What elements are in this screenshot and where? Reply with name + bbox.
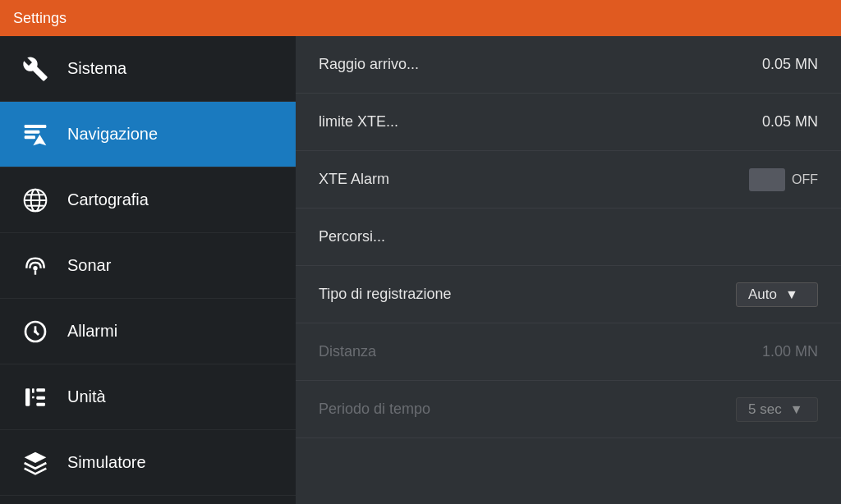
dropdown-tipo-registrazione[interactable]: Auto ▼ bbox=[736, 282, 818, 307]
sidebar-item-sistema[interactable]: Sistema bbox=[0, 36, 296, 102]
setting-row-limite-xte[interactable]: limite XTE... 0.05 MN bbox=[296, 94, 841, 151]
sidebar-item-unita[interactable]: Unità bbox=[0, 364, 296, 430]
svg-rect-1 bbox=[25, 130, 40, 133]
setting-label-limite-xte: limite XTE... bbox=[319, 113, 398, 131]
setting-row-tipo-registrazione[interactable]: Tipo di registrazione Auto ▼ bbox=[296, 266, 841, 323]
sidebar: Sistema Navigazione bbox=[0, 36, 296, 504]
globe-icon bbox=[20, 185, 51, 216]
chevron-down-icon-2: ▼ bbox=[790, 402, 803, 417]
setting-label-raggio-arrivo: Raggio arrivo... bbox=[319, 56, 419, 73]
dropdown-value-periodo-di-tempo: 5 sec bbox=[748, 401, 782, 418]
chevron-down-icon: ▼ bbox=[785, 287, 798, 302]
svg-rect-14 bbox=[25, 388, 30, 405]
main-layout: Sistema Navigazione bbox=[0, 36, 841, 504]
svg-point-13 bbox=[34, 330, 37, 333]
setting-label-xte-alarm: XTE Alarm bbox=[319, 171, 389, 188]
sidebar-label-navigazione: Navigazione bbox=[67, 125, 158, 144]
sonar-icon bbox=[20, 250, 51, 282]
sidebar-label-simulatore: Simulatore bbox=[67, 453, 146, 472]
dropdown-periodo-di-tempo: 5 sec ▼ bbox=[736, 397, 818, 422]
toggle-off-label: OFF bbox=[792, 172, 818, 187]
toggle-off-indicator bbox=[749, 168, 785, 191]
setting-value-raggio-arrivo: 0.05 MN bbox=[762, 56, 818, 73]
svg-rect-19 bbox=[36, 402, 45, 405]
setting-row-raggio-arrivo[interactable]: Raggio arrivo... 0.05 MN bbox=[296, 36, 841, 94]
content-panel: Raggio arrivo... 0.05 MN limite XTE... 0… bbox=[296, 36, 841, 504]
setting-value-distanza: 1.00 MN bbox=[762, 343, 818, 360]
svg-rect-16 bbox=[32, 396, 34, 398]
page-title: Settings bbox=[13, 10, 67, 27]
xte-alarm-toggle[interactable]: OFF bbox=[749, 168, 818, 191]
sidebar-label-sistema: Sistema bbox=[67, 59, 126, 78]
wrench-icon bbox=[20, 53, 51, 85]
title-bar: Settings bbox=[0, 0, 841, 36]
svg-rect-0 bbox=[25, 125, 47, 128]
setting-value-limite-xte: 0.05 MN bbox=[762, 113, 818, 131]
dropdown-value-tipo-registrazione: Auto bbox=[748, 286, 777, 303]
layers-icon bbox=[20, 447, 51, 479]
svg-point-8 bbox=[33, 266, 37, 270]
sidebar-item-navigazione[interactable]: Navigazione bbox=[0, 102, 296, 167]
svg-rect-2 bbox=[25, 135, 35, 139]
setting-label-percorsi: Percorsi... bbox=[319, 228, 385, 245]
svg-rect-18 bbox=[36, 396, 45, 399]
sidebar-item-cartografia[interactable]: Cartografia bbox=[0, 167, 296, 233]
setting-label-periodo-di-tempo: Periodo di tempo bbox=[319, 401, 430, 418]
sidebar-item-simulatore[interactable]: Simulatore bbox=[0, 430, 296, 496]
units-icon bbox=[20, 382, 51, 413]
navigation-icon bbox=[20, 119, 51, 150]
alarm-icon bbox=[20, 316, 51, 347]
setting-row-xte-alarm[interactable]: XTE Alarm OFF bbox=[296, 151, 841, 208]
sidebar-item-allarmi[interactable]: Allarmi bbox=[0, 299, 296, 364]
sidebar-item-sonar[interactable]: Sonar bbox=[0, 233, 296, 299]
sidebar-label-cartografia: Cartografia bbox=[67, 190, 149, 209]
sidebar-label-sonar: Sonar bbox=[67, 256, 111, 275]
svg-rect-15 bbox=[32, 388, 34, 392]
setting-label-distanza: Distanza bbox=[319, 343, 376, 360]
setting-row-percorsi[interactable]: Percorsi... bbox=[296, 208, 841, 266]
setting-label-tipo-registrazione: Tipo di registrazione bbox=[319, 286, 451, 303]
setting-row-distanza: Distanza 1.00 MN bbox=[296, 323, 841, 381]
svg-rect-17 bbox=[36, 388, 45, 392]
setting-row-periodo-di-tempo: Periodo di tempo 5 sec ▼ bbox=[296, 381, 841, 438]
sidebar-label-unita: Unità bbox=[67, 387, 106, 406]
sidebar-label-allarmi: Allarmi bbox=[67, 322, 117, 341]
